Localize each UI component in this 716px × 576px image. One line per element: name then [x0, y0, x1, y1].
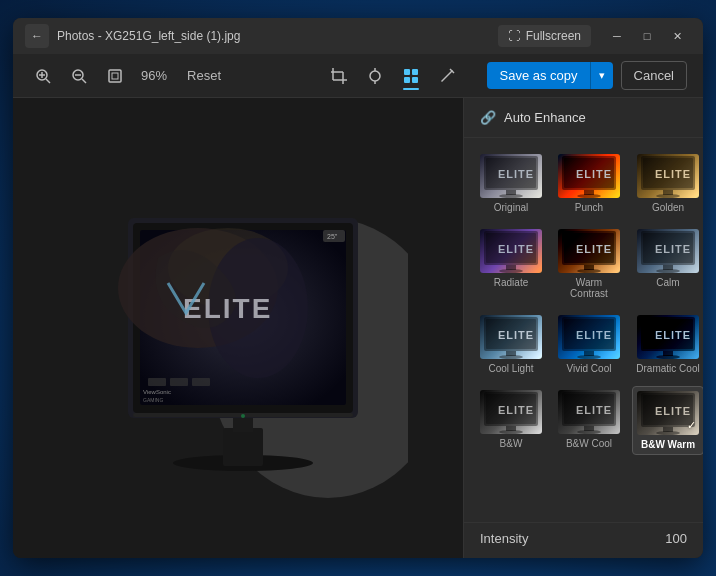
svg-text:ELITE: ELITE: [498, 243, 534, 255]
auto-enhance-icon: 🔗: [480, 110, 496, 125]
intensity-value: 100: [665, 531, 687, 546]
cancel-button[interactable]: Cancel: [621, 61, 687, 90]
svg-line-1: [46, 79, 50, 83]
filter-thumb-radiate: ELITE: [480, 229, 542, 273]
svg-text:ELITE: ELITE: [576, 404, 612, 416]
crop-tool[interactable]: [323, 60, 355, 92]
filter-thumb-bw-warm: ELITE ✓: [637, 391, 699, 435]
svg-point-86: [656, 355, 680, 359]
svg-text:GAMING: GAMING: [143, 397, 163, 403]
filter-grid: ELITE Original ELITE Punch ELITE Golden …: [464, 138, 703, 467]
filter-label-warm-contrast: Warm Contrast: [558, 277, 620, 299]
svg-point-71: [656, 269, 680, 273]
title-bar-left: ← Photos - XG251G_left_side (1).jpg: [25, 24, 498, 48]
save-copy-button[interactable]: Save as copy: [487, 62, 589, 89]
filter-label-bw-warm: B&W Warm: [641, 439, 695, 450]
filter-thumb-original: ELITE: [480, 154, 542, 198]
svg-rect-8: [112, 73, 118, 79]
svg-text:ELITE: ELITE: [655, 329, 691, 341]
svg-rect-24: [223, 428, 263, 466]
zoom-in-button[interactable]: [29, 62, 57, 90]
svg-text:25": 25": [327, 233, 338, 240]
filter-item-bw-warm[interactable]: ELITE ✓B&W Warm: [632, 386, 703, 455]
svg-rect-34: [170, 378, 188, 386]
filter-label-calm: Calm: [656, 277, 679, 288]
filter-item-bw-cool[interactable]: ELITE B&W Cool: [554, 386, 624, 455]
markup-tool[interactable]: [431, 60, 463, 92]
svg-point-51: [577, 194, 601, 198]
filter-thumb-bw-cool: ELITE: [558, 390, 620, 434]
filter-item-original[interactable]: ELITE Original: [476, 150, 546, 217]
svg-point-101: [656, 431, 680, 435]
filter-thumb-cool-light: ELITE: [480, 315, 542, 359]
fullscreen-label: Fullscreen: [526, 29, 581, 43]
filter-item-calm[interactable]: ELITE Calm: [632, 225, 703, 303]
filter-item-radiate[interactable]: ELITE Radiate: [476, 225, 546, 303]
close-button[interactable]: ✕: [663, 22, 691, 50]
image-area: ELITE 25" ViewSonic GAMING: [13, 98, 463, 558]
svg-text:ELITE: ELITE: [655, 243, 691, 255]
fit-button[interactable]: [101, 62, 129, 90]
intensity-label: Intensity: [480, 531, 528, 546]
main-content: ELITE 25" ViewSonic GAMING: [13, 98, 703, 558]
svg-point-76: [499, 355, 523, 359]
filter-item-warm-contrast[interactable]: ELITE Warm Contrast: [554, 225, 624, 303]
panel-title: Auto Enhance: [504, 110, 586, 125]
filter-label-punch: Punch: [575, 202, 603, 213]
filter-label-cool-light: Cool Light: [488, 363, 533, 374]
svg-text:ViewSonic: ViewSonic: [143, 389, 171, 395]
filter-label-bw-cool: B&W Cool: [566, 438, 612, 449]
svg-point-41: [241, 414, 245, 418]
filter-label-vivid-cool: Vivid Cool: [567, 363, 612, 374]
svg-point-13: [370, 71, 380, 81]
window-title: Photos - XG251G_left_side (1).jpg: [57, 29, 240, 43]
svg-rect-17: [412, 69, 418, 75]
svg-rect-7: [109, 70, 121, 82]
toolbar-tools: [323, 60, 463, 92]
svg-text:ELITE: ELITE: [655, 168, 691, 180]
svg-text:ELITE: ELITE: [498, 329, 534, 341]
save-copy-group: Save as copy ▾: [487, 62, 612, 89]
minimize-button[interactable]: ─: [603, 22, 631, 50]
filter-thumb-golden: ELITE: [637, 154, 699, 198]
filter-thumb-bw: ELITE: [480, 390, 542, 434]
filter-thumb-calm: ELITE: [637, 229, 699, 273]
maximize-button[interactable]: □: [633, 22, 661, 50]
filter-tool[interactable]: [395, 60, 427, 92]
fullscreen-button[interactable]: ⛶ Fullscreen: [498, 25, 591, 47]
svg-point-66: [577, 269, 601, 273]
filter-item-punch[interactable]: ELITE Punch: [554, 150, 624, 217]
app-window: ← Photos - XG251G_left_side (1).jpg ⛶ Fu…: [13, 18, 703, 558]
filter-item-golden[interactable]: ELITE Golden: [632, 150, 703, 217]
toolbar-actions: Save as copy ▾ Cancel: [487, 61, 687, 90]
intensity-row: Intensity 100: [464, 522, 703, 558]
svg-rect-35: [192, 378, 210, 386]
filter-item-dramatic-cool[interactable]: ELITE Dramatic Cool: [632, 311, 703, 378]
filter-label-bw: B&W: [500, 438, 523, 449]
svg-text:ELITE: ELITE: [655, 405, 691, 417]
filter-thumb-punch: ELITE: [558, 154, 620, 198]
monitor-image: ELITE 25" ViewSonic GAMING: [68, 158, 408, 498]
filter-item-bw[interactable]: ELITE B&W: [476, 386, 546, 455]
svg-point-46: [499, 194, 523, 198]
back-button[interactable]: ←: [25, 24, 49, 48]
svg-point-91: [499, 430, 523, 434]
filter-label-dramatic-cool: Dramatic Cool: [636, 363, 699, 374]
filter-label-original: Original: [494, 202, 528, 213]
zoom-out-button[interactable]: [65, 62, 93, 90]
svg-point-96: [577, 430, 601, 434]
adjust-tool[interactable]: [359, 60, 391, 92]
panel-header: 🔗 Auto Enhance: [464, 98, 703, 138]
reset-button[interactable]: Reset: [179, 64, 229, 87]
filter-item-vivid-cool[interactable]: ELITE Vivid Cool: [554, 311, 624, 378]
svg-text:ELITE: ELITE: [576, 168, 612, 180]
filter-thumb-warm-contrast: ELITE: [558, 229, 620, 273]
svg-point-81: [577, 355, 601, 359]
svg-text:ELITE: ELITE: [498, 168, 534, 180]
filter-thumb-dramatic-cool: ELITE: [637, 315, 699, 359]
svg-text:ELITE: ELITE: [498, 404, 534, 416]
svg-rect-16: [404, 69, 410, 75]
save-copy-dropdown[interactable]: ▾: [590, 62, 613, 89]
filter-item-cool-light[interactable]: ELITE Cool Light: [476, 311, 546, 378]
toolbar: 96% Reset Save as copy ▾ Cancel: [13, 54, 703, 98]
